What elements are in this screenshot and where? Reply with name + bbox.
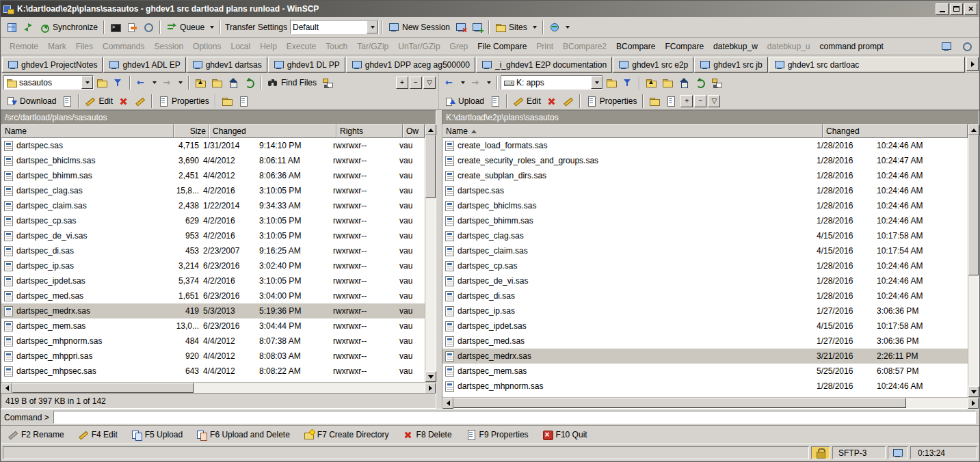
scroll-track[interactable] — [453, 398, 968, 408]
tab-ghdev1-dartsas[interactable]: ghdev1 dartsas — [187, 57, 267, 72]
menu-item-execute[interactable]: Execute — [282, 40, 321, 53]
file-row[interactable]: dartspec_ipdet.sas5,3744/2/20163:10:05 P… — [1, 273, 425, 288]
menu-item-grep[interactable]: Grep — [445, 40, 473, 53]
new-session-button[interactable]: New Session — [386, 19, 453, 36]
right-drive-combo[interactable]: K: apps — [501, 75, 603, 90]
upload-options-button[interactable] — [487, 93, 503, 109]
session-status-pane[interactable] — [888, 446, 908, 459]
menu-item-touch[interactable]: Touch — [321, 40, 352, 53]
file-row[interactable]: dartspec_medrx.sas4195/3/20135:19:36 PMr… — [1, 303, 425, 318]
duplicate-session-button[interactable] — [469, 19, 486, 36]
left-directory-tree-button[interactable] — [319, 74, 336, 91]
scroll-thumb[interactable] — [968, 135, 979, 275]
file-row[interactable]: dartspec_med.sas1,6516/23/20163:04:00 PM… — [1, 288, 425, 303]
download-options-button[interactable] — [59, 93, 75, 109]
fkey-f9-button[interactable]: F9 Properties — [466, 429, 529, 440]
transfer-settings-combo[interactable]: Default — [290, 20, 379, 34]
file-row[interactable]: dartspec.sas4,7151/31/20149:14:10 PMrwxr… — [1, 138, 425, 153]
scroll-track[interactable] — [425, 135, 436, 371]
minimize-button[interactable] — [936, 3, 949, 15]
fkey-f5-button[interactable]: F5 Upload — [131, 429, 183, 440]
tab-scroll-right-button[interactable] — [966, 57, 979, 71]
right-filter-files-button[interactable] — [708, 95, 720, 107]
file-row[interactable]: dartspec_de_vi.sas9534/2/20163:10:05 PMr… — [1, 228, 425, 243]
synchronize-browsing-button[interactable] — [20, 19, 36, 36]
protocol-pane[interactable]: SFTP-3 — [832, 446, 886, 459]
file-row[interactable]: dartspec_mhpsec.sas6434/4/20128:08:22 AM… — [1, 364, 425, 379]
column-header-owner[interactable]: Ow — [403, 124, 425, 138]
right-root-directory-button[interactable] — [659, 74, 676, 91]
file-row[interactable]: dartspec_medrx.sas3/21/20162:26:11 PM — [442, 349, 968, 364]
panel-splitter[interactable] — [436, 110, 442, 409]
tab-ghdev1-src-jb[interactable]: ghdev1 src jb — [694, 57, 767, 72]
right-select-files-button[interactable] — [680, 95, 693, 107]
column-header-changed[interactable]: Changed — [209, 124, 336, 138]
right-unselect-files-button[interactable] — [694, 95, 706, 107]
updates-button[interactable] — [546, 19, 572, 36]
left-select-files-button[interactable] — [396, 77, 408, 89]
right-new-file-button[interactable] — [663, 93, 679, 109]
fkey-f7-button[interactable]: F7 Create Directory — [304, 429, 389, 440]
left-root-directory-button[interactable] — [209, 74, 225, 91]
scroll-thumb[interactable] — [453, 398, 906, 408]
preferences-button[interactable] — [140, 19, 157, 36]
file-row[interactable]: dartspec_mhpnorm.sas1/28/201610:24:46 AM — [442, 379, 968, 394]
right-properties-button[interactable]: Properties — [583, 93, 640, 109]
left-back-button[interactable] — [133, 74, 159, 91]
right-back-button[interactable] — [442, 74, 468, 91]
fkey-f6-button[interactable]: F6 Upload and Delete — [196, 429, 290, 440]
right-home-directory-button[interactable] — [676, 74, 692, 91]
right-forward-button[interactable] — [468, 74, 494, 91]
left-home-directory-button[interactable] — [225, 74, 241, 91]
scroll-track[interactable] — [968, 135, 979, 386]
menu-item-file-compare[interactable]: File Compare — [473, 40, 531, 53]
left-open-directory-button[interactable] — [94, 74, 110, 91]
scroll-right-button[interactable] — [425, 383, 436, 394]
menu-item-mark[interactable]: Mark — [43, 40, 71, 53]
left-directory-combo[interactable]: sasautos — [3, 75, 94, 90]
synchronize-button[interactable]: Synchronize — [36, 19, 101, 36]
left-edit-options-button[interactable] — [132, 93, 148, 109]
fkey-f10-button[interactable]: F10 Quit — [542, 429, 587, 440]
left-refresh-button[interactable] — [241, 74, 258, 91]
right-open-directory-button[interactable] — [603, 74, 620, 91]
sc roll-up-button[interactable] — [968, 124, 979, 135]
tab-i-ghdev1-e2p-documentation[interactable]: _i_ghdev1 E2P documentation — [476, 57, 612, 72]
download-button[interactable]: Download — [3, 93, 59, 109]
tab-ghdev1-projectnotes[interactable]: ghdev1 ProjectNotes — [2, 57, 103, 72]
right-parent-directory-button[interactable] — [643, 74, 659, 91]
scroll-down-button[interactable] — [968, 386, 979, 397]
right-edit-button[interactable]: Edit — [510, 93, 544, 109]
scroll-left-button[interactable] — [1, 383, 12, 394]
left-forward-button[interactable] — [159, 74, 185, 91]
menu-item-options[interactable]: Options — [188, 40, 226, 53]
console-button[interactable] — [107, 19, 124, 36]
menu-item-help[interactable]: Help — [255, 40, 282, 53]
menu-item-bcompare2[interactable]: BCompare2 — [558, 40, 611, 53]
sites-button[interactable]: Sites — [492, 19, 540, 36]
menu-item-files[interactable]: Files — [71, 40, 98, 53]
left-vertical-scrollbar[interactable] — [425, 124, 436, 382]
column-header-name[interactable]: Name — [1, 124, 174, 138]
right-directory-tree-button[interactable] — [708, 74, 725, 91]
queue-button[interactable]: Queue — [163, 19, 217, 36]
menu-item-untar-gzip[interactable]: UnTar/GZip — [393, 40, 445, 53]
transfer-mode-button[interactable] — [124, 19, 140, 36]
file-row[interactable]: dartspec_claim.sas2,4381/22/20149:34:33 … — [1, 198, 425, 213]
fkey-f8-button[interactable]: F8 Delete — [403, 429, 452, 440]
right-vertical-scrollbar[interactable] — [968, 124, 979, 397]
column-header-rights[interactable]: Rights — [336, 124, 403, 138]
left-filter-button[interactable] — [110, 74, 127, 91]
scroll-thumb[interactable] — [12, 383, 194, 393]
left-path-header[interactable]: /src/dartload/plans/sasautos — [1, 111, 436, 124]
file-row[interactable]: dartspec_clag.sas4/15/201610:17:58 AM — [442, 228, 968, 243]
scroll-right-button[interactable] — [968, 398, 979, 409]
file-row[interactable]: dartspec_bhimm.sas2,4514/4/20128:06:36 A… — [1, 168, 425, 183]
combo-dropdown-button[interactable] — [591, 76, 602, 89]
settings-button[interactable] — [959, 38, 975, 55]
file-row[interactable]: dartspec_bhiclms.sas1/28/201610:24:46 AM — [442, 198, 968, 213]
command-input[interactable] — [53, 411, 976, 424]
left-parent-directory-button[interactable] — [192, 74, 209, 91]
menu-item-bcompare[interactable]: BCompare — [611, 40, 660, 53]
scroll-thumb[interactable] — [425, 135, 436, 198]
